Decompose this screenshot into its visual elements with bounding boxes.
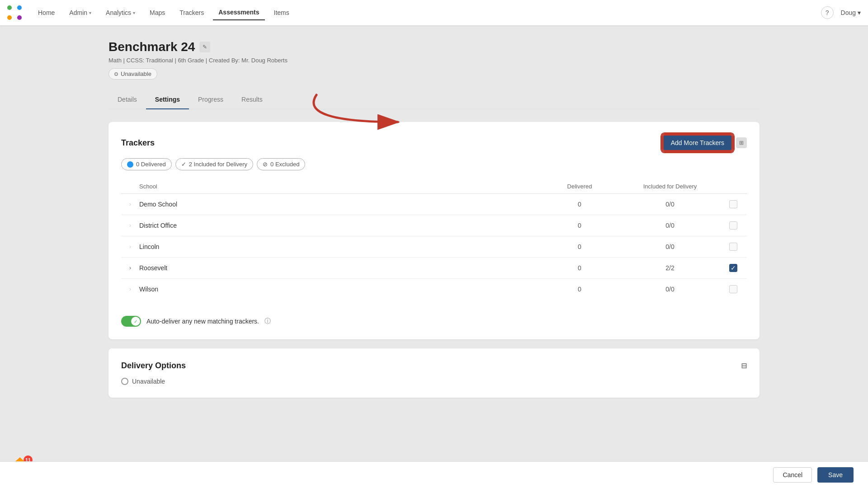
save-button[interactable]: Save xyxy=(817,467,854,483)
nav-item-home[interactable]: Home xyxy=(33,5,60,20)
expand-placeholder: › xyxy=(129,222,131,229)
col-expand: › xyxy=(121,265,139,271)
collapse-icon[interactable]: ⊟ xyxy=(741,361,747,370)
col-school: Roosevelt xyxy=(139,264,539,272)
table-row: › Wilson 0 0/0 xyxy=(121,279,747,300)
filter-pill-1[interactable]: ✓2 Included for Delivery xyxy=(175,158,253,170)
col-expand: › xyxy=(121,244,139,250)
expand-icon[interactable]: › xyxy=(129,265,131,271)
page-header: Benchmark 24 ✎ Math | CCSS: Traditional … xyxy=(108,40,760,80)
col-check xyxy=(720,200,747,208)
nav-items: HomeAdmin▾Analytics▾MapsTrackersAssessme… xyxy=(33,5,821,20)
col-included: 0/0 xyxy=(620,243,720,250)
tab-details[interactable]: Details xyxy=(108,90,146,109)
filter-pill-0[interactable]: 0 Delivered xyxy=(121,158,172,170)
col-included: 0/0 xyxy=(620,201,720,208)
col-included: 0/0 xyxy=(620,286,720,293)
trackers-title: Trackers xyxy=(121,138,155,148)
col-check xyxy=(720,243,747,251)
nav-item-analytics[interactable]: Analytics▾ xyxy=(100,5,141,20)
pill-label-2: 0 Excluded xyxy=(270,161,299,168)
included-col-header: Included for Delivery xyxy=(620,183,720,190)
auto-deliver-row: ✓ Auto-deliver any new matching trackers… xyxy=(121,309,747,327)
col-check xyxy=(720,285,747,293)
user-chevron-icon: ▾ xyxy=(858,9,861,16)
delivery-card: Delivery Options ⊟ Unavailable xyxy=(108,348,760,398)
tab-settings[interactable]: Settings xyxy=(146,90,189,109)
table-row: › District Office 0 0/0 xyxy=(121,215,747,236)
filter-pills: 0 Delivered✓2 Included for Delivery⊘0 Ex… xyxy=(121,158,747,170)
col-included: 0/0 xyxy=(620,222,720,229)
nav-bar: HomeAdmin▾Analytics▾MapsTrackersAssessme… xyxy=(0,0,868,25)
expand-placeholder: › xyxy=(129,286,131,292)
cancel-button[interactable]: Cancel xyxy=(773,467,812,483)
trackers-card: Trackers Add More Trackers ⊞ 0 Delivered… xyxy=(108,122,760,339)
nav-right: ? Doug ▾ xyxy=(821,6,861,19)
help-button[interactable]: ? xyxy=(821,6,834,19)
trackers-actions: Add More Trackers ⊞ xyxy=(663,135,747,151)
row-checkbox[interactable] xyxy=(729,243,737,251)
delivery-status-label: Unavailable xyxy=(132,378,165,385)
trackers-settings-icon[interactable]: ⊞ xyxy=(736,137,747,148)
user-menu[interactable]: Doug ▾ xyxy=(841,9,861,16)
col-delivered: 0 xyxy=(539,201,620,208)
check-col-header xyxy=(720,183,747,190)
nav-item-maps[interactable]: Maps xyxy=(144,5,170,20)
nav-item-trackers[interactable]: Trackers xyxy=(174,5,209,20)
row-checkbox[interactable] xyxy=(729,200,737,208)
table-row: › Lincoln 0 0/0 xyxy=(121,236,747,258)
auto-deliver-info-icon[interactable]: ⓘ xyxy=(264,317,271,325)
col-expand: › xyxy=(121,201,139,207)
auto-deliver-toggle[interactable]: ✓ xyxy=(121,316,141,327)
table-row: › Roosevelt 0 2/2 ✓ xyxy=(121,258,747,279)
delivery-header: Delivery Options ⊟ xyxy=(121,361,747,371)
status-label: Unavailable xyxy=(121,70,151,77)
trackers-table: School Delivered Included for Delivery ›… xyxy=(121,179,747,300)
row-checkbox[interactable] xyxy=(729,221,737,230)
row-checkbox[interactable]: ✓ xyxy=(729,264,737,272)
page-meta: Math | CCSS: Traditional | 6th Grade | C… xyxy=(108,57,760,64)
delivered-col-header: Delivered xyxy=(539,183,620,190)
status-badge[interactable]: Unavailable xyxy=(108,68,157,80)
school-col-header: School xyxy=(139,183,539,190)
page-title-row: Benchmark 24 ✎ xyxy=(108,40,760,54)
trackers-header: Trackers Add More Trackers ⊞ xyxy=(121,135,747,151)
nav-item-assessments[interactable]: Assessments xyxy=(213,5,264,20)
col-school: Demo School xyxy=(139,201,539,208)
footer: Cancel Save xyxy=(0,461,868,488)
expand-placeholder: › xyxy=(129,201,131,207)
col-expand: › xyxy=(121,222,139,229)
row-checkbox[interactable] xyxy=(729,285,737,293)
user-name: Doug xyxy=(841,9,856,16)
table-header: School Delivered Included for Delivery xyxy=(121,179,747,194)
main-content: Benchmark 24 ✎ Math | CCSS: Traditional … xyxy=(0,25,868,488)
tab-progress[interactable]: Progress xyxy=(189,90,232,109)
expand-col-header xyxy=(121,183,139,190)
col-check xyxy=(720,221,747,230)
col-school: Wilson xyxy=(139,286,539,293)
col-delivered: 0 xyxy=(539,286,620,293)
col-delivered: 0 xyxy=(539,243,620,250)
col-delivered: 0 xyxy=(539,264,620,272)
add-more-trackers-button[interactable]: Add More Trackers xyxy=(663,135,732,151)
tab-results[interactable]: Results xyxy=(232,90,272,109)
nav-item-admin[interactable]: Admin▾ xyxy=(64,5,97,20)
filter-pill-2[interactable]: ⊘0 Excluded xyxy=(257,158,305,170)
nav-item-items[interactable]: Items xyxy=(269,5,295,20)
toggle-knob: ✓ xyxy=(131,317,140,326)
edit-icon[interactable]: ✎ xyxy=(199,42,210,52)
nav-logo[interactable] xyxy=(7,5,22,20)
col-expand: › xyxy=(121,286,139,292)
radio-icon xyxy=(121,378,128,385)
tabs: DetailsSettingsProgressResults xyxy=(108,90,760,109)
col-included: 2/2 xyxy=(620,264,720,272)
delivery-title-text: Delivery Options xyxy=(121,361,186,371)
expand-placeholder: › xyxy=(129,244,131,250)
delivery-status-radio[interactable]: Unavailable xyxy=(121,378,747,385)
status-dot-icon xyxy=(114,72,118,76)
col-school: Lincoln xyxy=(139,243,539,250)
page-title: Benchmark 24 xyxy=(108,40,195,54)
pill-label-0: 0 Delivered xyxy=(136,161,166,168)
auto-deliver-label: Auto-deliver any new matching trackers. xyxy=(146,318,259,325)
nav-item-chevron-icon: ▾ xyxy=(133,10,135,15)
